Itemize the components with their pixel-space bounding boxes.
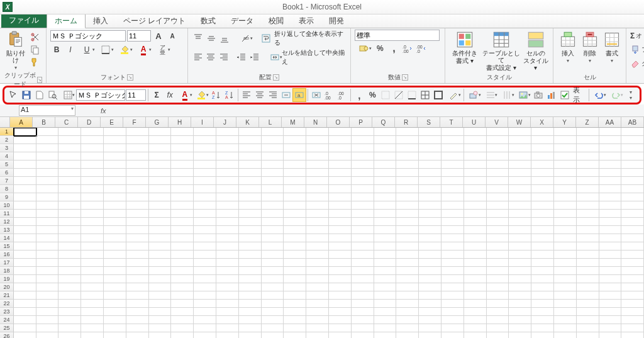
qat-merge-button[interactable]: [280, 89, 292, 101]
column-header-I[interactable]: I: [191, 117, 214, 127]
cell[interactable]: [464, 251, 487, 259]
cell[interactable]: [599, 201, 622, 210]
cell[interactable]: [58, 251, 81, 259]
cell[interactable]: [36, 267, 59, 275]
cell[interactable]: [396, 218, 419, 226]
cell[interactable]: [126, 152, 149, 161]
cell[interactable]: [352, 316, 374, 324]
qat-line-color-button[interactable]: [445, 89, 461, 101]
cell[interactable]: [194, 267, 216, 275]
qat-fill-color-button[interactable]: [194, 89, 209, 101]
cell[interactable]: [464, 316, 487, 324]
column-header-W[interactable]: W: [508, 117, 531, 127]
cell[interactable]: [419, 242, 441, 251]
cell[interactable]: [464, 308, 487, 316]
row-header-19[interactable]: 19: [0, 275, 14, 283]
name-box[interactable]: A1: [19, 105, 75, 116]
cell[interactable]: [599, 242, 622, 251]
tab-home[interactable]: ホーム: [47, 13, 86, 28]
cell[interactable]: [621, 283, 644, 291]
cell[interactable]: [531, 161, 554, 169]
cell[interactable]: [126, 300, 149, 308]
cell[interactable]: [554, 251, 577, 259]
cell[interactable]: [239, 234, 262, 242]
cell[interactable]: [509, 218, 531, 226]
cell[interactable]: [306, 234, 329, 242]
align-bottom-button[interactable]: [219, 32, 231, 45]
decrease-font-button[interactable]: A: [166, 30, 179, 42]
cell[interactable]: [194, 128, 216, 136]
cell[interactable]: [194, 324, 216, 332]
cell[interactable]: [396, 169, 419, 177]
cell[interactable]: [464, 193, 487, 201]
cell[interactable]: [329, 300, 352, 308]
row-header-2[interactable]: 2: [0, 136, 14, 144]
cell[interactable]: [58, 218, 81, 226]
format-painter-button[interactable]: [28, 56, 42, 69]
qat-fx-button[interactable]: fx: [164, 89, 176, 101]
cell[interactable]: [194, 242, 216, 251]
cell[interactable]: [149, 201, 172, 210]
cell[interactable]: [531, 201, 554, 210]
cell[interactable]: [149, 267, 172, 275]
cell[interactable]: [171, 251, 194, 259]
cell[interactable]: [441, 152, 464, 161]
cell[interactable]: [58, 226, 81, 234]
italic-button[interactable]: I: [64, 43, 77, 56]
cell[interactable]: [262, 169, 284, 177]
cell[interactable]: [14, 242, 36, 251]
cell[interactable]: [509, 242, 531, 251]
cell[interactable]: [554, 308, 577, 316]
font-dialog-launcher[interactable]: ↘: [127, 74, 133, 81]
cell[interactable]: [441, 218, 464, 226]
cell[interactable]: [599, 128, 622, 136]
cell[interactable]: [374, 185, 397, 193]
cell[interactable]: [36, 234, 59, 242]
cell[interactable]: [577, 169, 599, 177]
cell[interactable]: [352, 332, 374, 338]
cell[interactable]: [284, 283, 306, 291]
cell[interactable]: [464, 234, 487, 242]
cell[interactable]: [509, 283, 531, 291]
pointer-button[interactable]: [7, 89, 19, 101]
qat-align-left-button[interactable]: [240, 89, 253, 101]
cell[interactable]: [216, 193, 239, 201]
cell[interactable]: [487, 234, 509, 242]
cell[interactable]: [239, 177, 262, 185]
cell[interactable]: [104, 169, 126, 177]
cell[interactable]: [599, 267, 622, 275]
cell[interactable]: [464, 128, 487, 136]
cell[interactable]: [104, 300, 126, 308]
qat-checkbox-button[interactable]: [558, 89, 571, 101]
cell[interactable]: [149, 185, 172, 193]
cell[interactable]: [531, 267, 554, 275]
row-header-5[interactable]: 5: [0, 161, 14, 169]
cell[interactable]: [239, 218, 262, 226]
column-header-V[interactable]: V: [486, 117, 508, 127]
cell[interactable]: [374, 210, 397, 218]
cell[interactable]: [531, 185, 554, 193]
qat-center-across-button[interactable]: a: [293, 89, 306, 101]
cell[interactable]: [577, 161, 599, 169]
cell[interactable]: [194, 169, 216, 177]
cell[interactable]: [599, 308, 622, 316]
cell[interactable]: [329, 242, 352, 251]
cell[interactable]: [104, 267, 126, 275]
cell[interactable]: [509, 259, 531, 267]
cell[interactable]: [509, 210, 531, 218]
cell[interactable]: [58, 300, 81, 308]
cell[interactable]: [621, 185, 644, 193]
qat-shapes-button[interactable]: [466, 89, 482, 101]
row-header-14[interactable]: 14: [0, 234, 14, 242]
cell[interactable]: [104, 275, 126, 283]
cell[interactable]: [352, 291, 374, 300]
cell[interactable]: [441, 308, 464, 316]
cell[interactable]: [599, 259, 622, 267]
cell[interactable]: [216, 308, 239, 316]
qat-border-all-button[interactable]: [419, 89, 431, 101]
cell[interactable]: [396, 234, 419, 242]
cell[interactable]: [306, 161, 329, 169]
cell[interactable]: [621, 161, 644, 169]
cell[interactable]: [36, 152, 59, 161]
cell[interactable]: [396, 308, 419, 316]
